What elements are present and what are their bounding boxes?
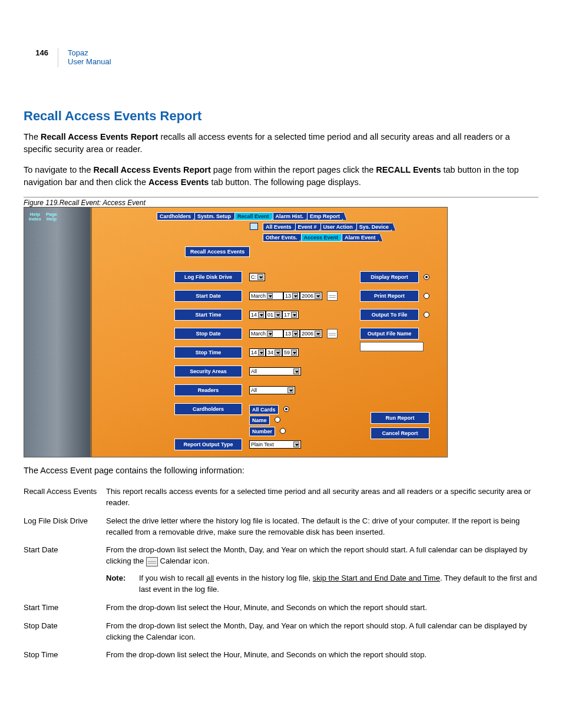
opt-number: Number — [249, 427, 275, 436]
label-stop-date: Stop Date — [174, 328, 242, 340]
label-output-type: Report Output Type — [174, 439, 242, 450]
output-file-name-input[interactable] — [360, 342, 424, 351]
select-start-min[interactable]: 01 — [266, 311, 282, 319]
label-sec-areas: Security Areas — [174, 365, 242, 377]
doc-title: Topaz User Manual — [68, 48, 111, 67]
section-heading: Recall Access Events Report — [24, 108, 538, 124]
row-start-date: Start Date March 13 2006 — [174, 290, 338, 302]
bottom-buttons: Run Report Cancel Report — [371, 409, 429, 439]
tab-access-event[interactable]: Access Event — [301, 233, 342, 242]
label-readers: Readers — [174, 384, 242, 396]
row-readers: Readers All — [174, 384, 295, 396]
radio-display[interactable] — [424, 274, 429, 280]
radio-number[interactable] — [280, 428, 286, 434]
select-start-day[interactable]: 13 — [283, 292, 300, 300]
nav-tabs-3: Other Evnts. Access Event Alarm Event — [263, 233, 379, 242]
page-header: 146 Topaz User Manual — [24, 48, 538, 67]
select-output-type[interactable]: Plain Text — [249, 440, 301, 449]
tab-emp-report[interactable]: Emp Report — [307, 212, 343, 220]
label-log-drive: Log File Disk Drive — [174, 271, 242, 283]
select-stop-month[interactable]: March — [249, 330, 283, 338]
select-start-hour[interactable]: 14 — [249, 311, 266, 319]
opt-all-cards: All Cards — [249, 405, 279, 414]
term: Recall Access Events — [24, 486, 106, 509]
nav-tabs-1: Cardholders Systm. Setup Recall Event Al… — [157, 212, 343, 220]
tab-sys-device[interactable]: Sys. Device — [356, 223, 392, 231]
divider — [58, 48, 58, 67]
doc-title-2: User Manual — [68, 57, 111, 66]
row-output-type: Report Output Type Plain Text — [174, 439, 301, 450]
def-logdrive: Log File Disk Drive Select the drive let… — [24, 516, 538, 538]
select-stop-year[interactable]: 2006 — [300, 330, 322, 338]
tab-system-setup[interactable]: Systm. Setup — [194, 212, 234, 220]
doc-title-1: Topaz — [68, 48, 88, 57]
select-stop-hour[interactable]: 14 — [249, 348, 266, 357]
calendar-icon — [146, 557, 158, 566]
label-cardholders: Cardholders — [174, 403, 242, 415]
panel-title: Recall Access Events — [185, 246, 250, 257]
intro-para-2: To navigate to the Recall Access Events … — [24, 164, 538, 189]
term: Start Time — [24, 602, 106, 614]
defn: From the drop-down list select the Hour,… — [106, 650, 538, 661]
tab-recall-event[interactable]: Recall Event — [234, 212, 272, 220]
term: Stop Time — [24, 650, 106, 661]
select-stop-sec[interactable]: 59 — [282, 348, 299, 357]
radio-print[interactable] — [424, 293, 429, 299]
tab-alarm-hist[interactable]: Alarm Hist. — [273, 212, 307, 220]
display-report-button[interactable]: Display Report — [360, 271, 419, 283]
radio-output[interactable] — [424, 312, 429, 318]
page-number: 146 — [24, 48, 48, 67]
figure-caption: Figure 119.Recall Event: Access Event — [24, 197, 538, 207]
label-start-time: Start Time — [174, 309, 242, 321]
row-sec-areas: Security Areas All — [174, 365, 301, 377]
help-index-link[interactable]: HelpIndex — [29, 212, 41, 222]
select-sec-areas[interactable]: All — [249, 367, 301, 375]
radio-all-cards[interactable] — [283, 406, 289, 412]
term: Stop Date — [24, 621, 106, 643]
output-to-file-button[interactable]: Output To File — [360, 309, 419, 321]
tab-alarm-event[interactable]: Alarm Event — [342, 233, 379, 242]
select-start-year[interactable]: 2006 — [300, 292, 322, 300]
select-stop-day[interactable]: 13 — [283, 330, 300, 338]
label-stop-time: Stop Time — [174, 347, 242, 358]
page-help-link[interactable]: PageHelp — [46, 212, 57, 222]
def-starttime: Start Time From the drop-down list selec… — [24, 602, 538, 614]
radio-name[interactable] — [275, 417, 280, 423]
calendar-icon[interactable] — [327, 329, 338, 338]
def-stoptime: Stop Time From the drop-down list select… — [24, 650, 538, 661]
definitions: Recall Access Events This report recalls… — [24, 486, 538, 661]
run-report-button[interactable]: Run Report — [371, 412, 429, 424]
subtab-arrow-icon — [250, 223, 258, 230]
select-start-sec[interactable]: 17 — [282, 311, 299, 319]
row-start-time: Start Time 14 01 17 — [174, 309, 299, 321]
tab-user-action[interactable]: User Action — [320, 223, 356, 231]
row-cardholders: Cardholders All Cards Name Number — [174, 403, 289, 436]
defn: From the drop-down list select the Month… — [106, 545, 538, 595]
def-startdate: Start Date From the drop-down list selec… — [24, 545, 538, 595]
tab-all-events[interactable]: All Events — [263, 223, 295, 231]
tab-event-num[interactable]: Event # — [295, 223, 320, 231]
cancel-report-button[interactable]: Cancel Report — [371, 427, 429, 439]
label-start-date: Start Date — [174, 290, 242, 302]
select-readers[interactable]: All — [249, 386, 295, 394]
note: Note: If you wish to recall all events i… — [106, 573, 538, 595]
after-shot-para: The Access Event page contains the follo… — [24, 465, 538, 477]
print-report-button[interactable]: Print Report — [360, 290, 419, 302]
select-log-drive[interactable]: C: — [249, 273, 265, 281]
defn: From the drop-down list select the Month… — [106, 621, 538, 643]
screenshot-sidebar: HelpIndex PageHelp — [24, 207, 92, 457]
calendar-icon[interactable] — [327, 291, 338, 301]
defn: From the drop-down list select the Hour,… — [106, 602, 538, 614]
row-log-drive: Log File Disk Drive C: — [174, 271, 265, 283]
screenshot-main: Cardholders Systm. Setup Recall Event Al… — [92, 207, 447, 457]
def-recall: Recall Access Events This report recalls… — [24, 486, 538, 509]
row-stop-time: Stop Time 14 34 59 — [174, 347, 299, 358]
select-stop-min[interactable]: 34 — [266, 348, 282, 357]
defn: Select the drive letter where the histor… — [106, 516, 538, 538]
intro-para-1: The Recall Access Events Report recalls … — [24, 131, 538, 156]
select-start-month[interactable]: March — [249, 292, 283, 300]
tab-cardholders[interactable]: Cardholders — [157, 212, 194, 220]
tab-other-events[interactable]: Other Evnts. — [263, 233, 300, 242]
term: Start Date — [24, 545, 106, 595]
nav-tabs-2: All Events Event # User Action Sys. Devi… — [263, 223, 392, 231]
